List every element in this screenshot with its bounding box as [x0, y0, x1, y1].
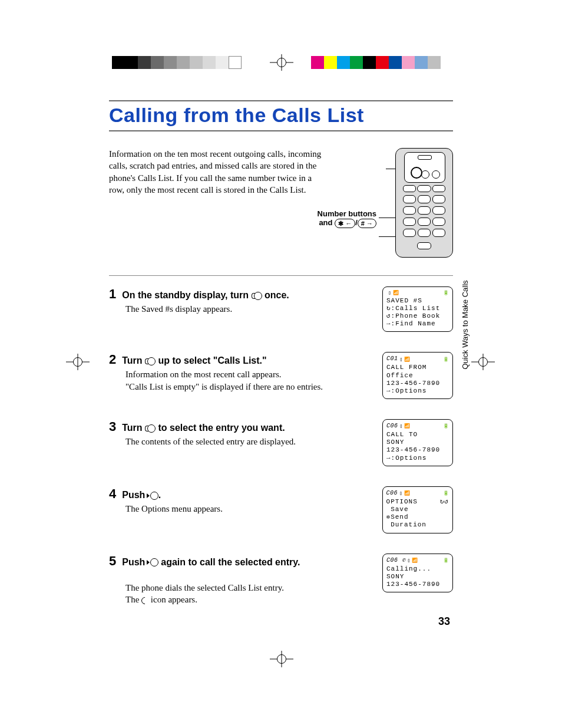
- hash-key-icon: # →: [358, 219, 376, 228]
- intro-paragraph: Information on the ten most recent outgo…: [109, 148, 327, 196]
- phone-diagram: Number buttons and ✱ ←/# →: [341, 148, 453, 260]
- section-tab: Quick Ways to Make Calls: [459, 292, 472, 357]
- step: 2 Turn up to select "Calls List." Inform…: [109, 352, 453, 399]
- step-title: Turn up to select "Calls List.": [122, 355, 266, 366]
- jog-dial-icon: [145, 357, 156, 365]
- registration-mark-icon: [270, 651, 293, 667]
- step-body: The Saved #s display appears.: [125, 303, 372, 315]
- step-number: 2: [109, 352, 116, 367]
- section-tab-label: Quick Ways to Make Calls: [461, 280, 470, 369]
- step-title: Push again to call the selected entry.: [122, 557, 300, 568]
- step-title: On the standby display, turn once.: [122, 290, 289, 301]
- section-divider: [109, 275, 453, 276]
- jog-push-icon: [148, 492, 158, 500]
- jog-push-icon: [148, 558, 158, 566]
- step: 1 On the standby display, turn once. The…: [109, 286, 453, 332]
- lcd-screen: C01▯📶 🔋 CALL FROM Office 123-456-7890 →:…: [382, 352, 453, 399]
- step: 4 Push . The Options menu appears. C06▯📶…: [109, 486, 453, 533]
- step-number: 1: [109, 286, 116, 302]
- step-number: 5: [109, 554, 116, 569]
- page-content: Calling from the Calls List Information …: [109, 100, 453, 628]
- diagram-label-and: and: [319, 218, 332, 227]
- lcd-screen: ▯📶 🔋 SAVED #S ↻:Calls List ↺:Phone Book …: [382, 286, 453, 332]
- page-title: Calling from the Calls List: [109, 100, 453, 131]
- step-title: Turn to select the entry you want.: [122, 423, 285, 433]
- handset-icon: [141, 597, 148, 604]
- registration-mark-icon: [66, 354, 90, 370]
- manual-page: Calling from the Calls List Information …: [0, 0, 562, 728]
- diagram-label-number-buttons: Number buttons: [312, 209, 376, 218]
- step-title: Push .: [122, 490, 161, 500]
- step-number: 4: [109, 486, 116, 502]
- step: 5 Push again to call the selected entry.…: [109, 554, 453, 606]
- lcd-screen: C06 ✆▯📶 🔋 Calling... SONY 123-456-7890: [382, 554, 453, 593]
- registration-bar-color: [311, 56, 441, 69]
- step-body: The phone dials the selected Calls List …: [125, 570, 372, 606]
- step-number: 3: [109, 419, 116, 434]
- step-body: Information on the most recent call appe…: [125, 368, 372, 393]
- registration-mark-icon: [471, 354, 495, 370]
- step: 3 Turn to select the entry you want. The…: [109, 419, 453, 466]
- jog-dial-icon: [252, 292, 262, 300]
- lcd-screen: C06▯📶 🔋 OPTIONS ↻↺ Save ✲Send Duration: [382, 486, 453, 533]
- step-body: The contents of the selected entry are d…: [125, 436, 372, 447]
- registration-mark-icon: [270, 54, 293, 71]
- jog-dial-icon: [145, 424, 156, 433]
- lcd-screen: C06▯📶 🔋 CALL TO SONY 123-456-7890 →:Opti…: [382, 419, 453, 466]
- page-number: 33: [438, 615, 450, 628]
- jog-dial-icon: [411, 167, 422, 179]
- star-key-icon: ✱ ←: [335, 219, 355, 228]
- step-body: The Options menu appears.: [125, 503, 372, 515]
- registration-bar-greyscale: [112, 56, 242, 69]
